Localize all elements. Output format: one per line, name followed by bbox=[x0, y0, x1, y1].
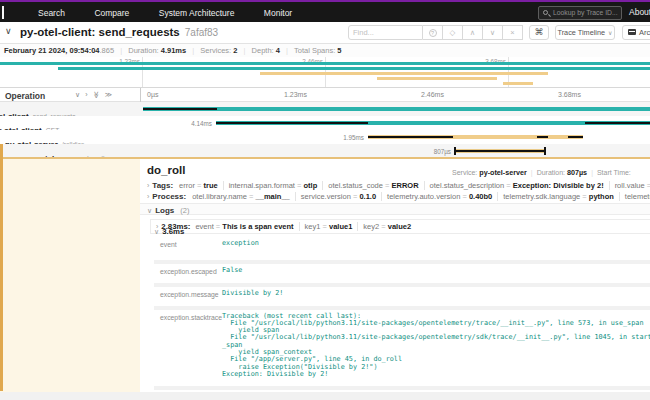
start-time-label: Start Time: bbox=[597, 169, 631, 176]
expand-all-icon[interactable]: ≫ bbox=[105, 91, 112, 99]
archive-icon bbox=[628, 29, 636, 35]
span-row-send-requests[interactable]: py-otel-clientsend_requests bbox=[0, 102, 650, 116]
timeline-tick-label: 3.68ms bbox=[558, 91, 581, 98]
critical-path-segment bbox=[143, 108, 217, 110]
nav-item-about-jaeger[interactable]: About Jaeger bbox=[629, 2, 650, 22]
collapse-all-icon[interactable]: ≫ bbox=[92, 91, 100, 98]
span-detail-meta: Service: py-otel-server|Duration: 807µs|… bbox=[452, 168, 631, 177]
chevron-up-icon: ∧ bbox=[470, 28, 476, 37]
minimap-span-extra bbox=[503, 82, 533, 85]
critical-path-segment bbox=[216, 122, 368, 124]
timeline-tick-label: 1.23ms bbox=[284, 91, 307, 98]
close-icon: × bbox=[510, 28, 514, 37]
span-row-rolldice[interactable]: py-otel-server/rolldice 1.95ms bbox=[0, 130, 650, 144]
duration-label: Duration: bbox=[537, 169, 565, 176]
span-row-do-roll-selected[interactable]: !py-otel-serverdo_roll 807µs bbox=[0, 144, 650, 158]
trace-toolbar: ∨ py-otel-client: send_requests7afaf83 ?… bbox=[0, 22, 650, 44]
jaeger-trace-page: Search Compare System Architecture Monit… bbox=[0, 0, 650, 400]
find-filter-button[interactable]: ◇ bbox=[443, 25, 463, 40]
collapse-one-icon[interactable]: ∨ bbox=[75, 91, 80, 99]
log-entry-collapsed[interactable]: ›2.83ms:eventThis is a span eventkey1val… bbox=[150, 219, 650, 234]
trace-date: February 21 2024, 09:54:04 bbox=[4, 46, 99, 55]
trace-view-select[interactable]: Trace Timeline∨ bbox=[555, 25, 615, 40]
trace-minimap[interactable]: 1.23ms 2.46ms 3.68ms bbox=[0, 57, 650, 88]
trace-id-placeholder: Lookup by Trace ID... bbox=[553, 7, 618, 19]
find-input[interactable] bbox=[348, 25, 423, 40]
find-prev-button[interactable]: ∧ bbox=[463, 25, 483, 40]
operation-column-header: Operation bbox=[5, 91, 45, 101]
log-key-value-table: eventexception exception.escapedFalse ex… bbox=[154, 237, 650, 392]
kv-key: event bbox=[160, 240, 222, 248]
kv-key: exception.escaped bbox=[160, 267, 222, 275]
log-entry-expanded-header[interactable]: ∨3.6ms bbox=[154, 227, 189, 236]
kv-row-event: eventexception bbox=[154, 237, 650, 264]
kv-key: exception.message bbox=[160, 290, 222, 298]
chevron-down-icon: ∨ bbox=[608, 30, 612, 36]
timeline-tick-label: 2.46ms bbox=[421, 91, 444, 98]
keyboard-shortcuts-button[interactable]: ⌘ bbox=[529, 25, 549, 40]
trace-date-millis: .865 bbox=[99, 46, 114, 55]
find-next-button[interactable]: ∨ bbox=[483, 25, 503, 40]
nav-item-compare[interactable]: Compare bbox=[94, 3, 129, 23]
span-bar-start-cap bbox=[454, 147, 456, 155]
trace-id-short: 7afaf83 bbox=[185, 27, 218, 38]
tags-accordion[interactable]: ›Tags:errortrueinternal.span.formatotlpo… bbox=[147, 181, 650, 190]
critical-path-segment bbox=[368, 136, 453, 138]
span-duration-label: 1.95ms bbox=[324, 134, 364, 141]
logs-accordion-header[interactable]: ∨Logs(2) bbox=[140, 203, 650, 215]
help-icon: ? bbox=[429, 29, 437, 37]
collapse-trace-chevron-icon[interactable]: ∨ bbox=[5, 26, 12, 36]
timeline-header: Operation ∨›≫≫ 0µs 1.23ms 2.46ms 3.68ms bbox=[0, 88, 650, 102]
chevron-down-icon: ∨ bbox=[490, 28, 496, 37]
trace-summary-bar: February 21 2024, 09:54:04.865 | Duratio… bbox=[0, 44, 650, 57]
jaeger-logo[interactable] bbox=[0, 6, 4, 19]
service-label: Service: bbox=[452, 169, 477, 176]
trace-id-lookup-input[interactable]: Lookup by Trace ID... bbox=[538, 6, 622, 20]
minimap-span-do-roll bbox=[377, 77, 497, 80]
critical-path-segment bbox=[537, 136, 548, 138]
minimap-span-rolldice bbox=[260, 72, 548, 75]
services-label: Services: bbox=[200, 46, 231, 55]
search-icon bbox=[543, 10, 548, 15]
find-clear-button[interactable]: × bbox=[503, 25, 523, 40]
span-bar[interactable] bbox=[216, 121, 650, 125]
trace-title: py-otel-client: send_requests7afaf83 bbox=[20, 26, 218, 38]
span-row-get[interactable]: py-otel-clientGET 4.14ms bbox=[0, 116, 650, 130]
minimap-span-send-requests bbox=[0, 62, 650, 65]
process-accordion[interactable]: ›Process:otel.library.name__main__servic… bbox=[147, 192, 650, 201]
trace-duration: 4.91ms bbox=[161, 46, 186, 55]
trace-depth: 4 bbox=[276, 46, 280, 55]
span-bar-end-cap bbox=[544, 147, 546, 155]
top-nav-bar: Search Compare System Architecture Monit… bbox=[0, 0, 650, 22]
service-value: py-otel-server bbox=[479, 168, 527, 177]
expand-one-icon[interactable]: › bbox=[85, 91, 87, 98]
find-help-button[interactable]: ? bbox=[423, 25, 443, 40]
diamond-icon: ◇ bbox=[450, 28, 456, 37]
nav-item-system-architecture[interactable]: System Architecture bbox=[159, 3, 235, 23]
span-bar[interactable] bbox=[143, 107, 650, 111]
kv-row-exception-escaped: exception.escapedFalse bbox=[154, 264, 650, 287]
kv-value: Divisible by 2! bbox=[222, 290, 283, 298]
timeline-tick-label: 0µs bbox=[147, 91, 158, 98]
chevron-down-icon: ∨ bbox=[147, 207, 152, 214]
span-duration-label: 4.14ms bbox=[172, 120, 212, 127]
chevron-down-icon: ∨ bbox=[154, 228, 159, 235]
archive-trace-button[interactable]: Archive bbox=[622, 25, 650, 40]
span-bar[interactable] bbox=[368, 135, 583, 139]
logs-count: (2) bbox=[180, 206, 189, 215]
kv-row-exception-stacktrace: exception.stacktraceTraceback (most rece… bbox=[154, 310, 650, 391]
page-background bbox=[0, 392, 650, 400]
total-spans-count: 5 bbox=[337, 46, 341, 55]
kv-value-stacktrace: Traceback (most recent call last): File … bbox=[222, 313, 650, 379]
selected-span-accent-stripe bbox=[0, 144, 3, 391]
command-icon: ⌘ bbox=[535, 27, 544, 37]
span-detail-panel: do_roll Service: py-otel-server|Duration… bbox=[140, 159, 650, 392]
critical-path-segment bbox=[585, 122, 650, 124]
kv-value: False bbox=[222, 267, 242, 275]
span-rows: py-otel-clientsend_requests py-otel-clie… bbox=[0, 102, 650, 158]
minimap-span-get bbox=[58, 67, 650, 70]
nav-item-search[interactable]: Search bbox=[38, 3, 65, 23]
critical-path-segment bbox=[455, 150, 545, 152]
kv-key: exception.stacktrace bbox=[160, 313, 222, 379]
nav-item-monitor[interactable]: Monitor bbox=[264, 3, 292, 23]
